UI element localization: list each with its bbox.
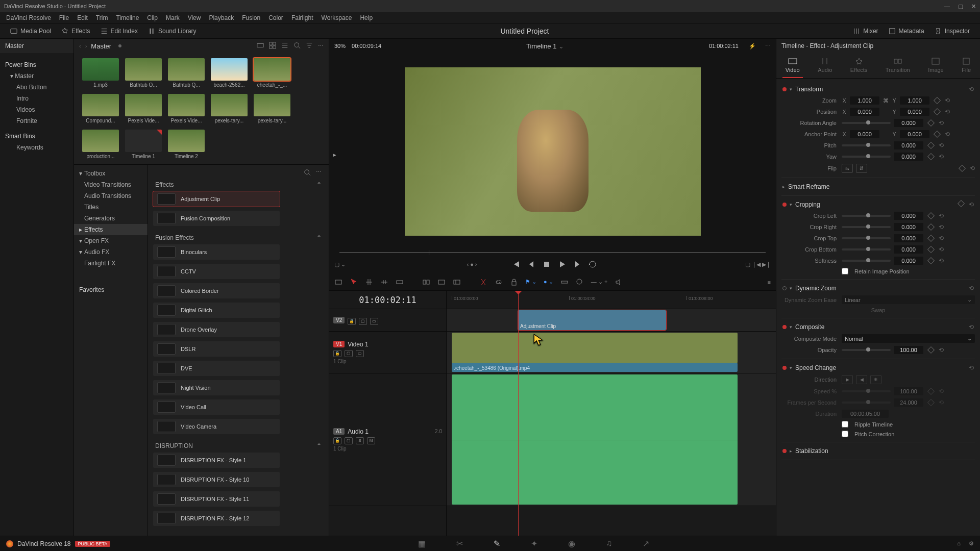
menu-trim[interactable]: Trim — [92, 14, 112, 21]
fx-item[interactable]: DSLR — [153, 341, 280, 357]
retain-position-check[interactable] — [842, 268, 848, 274]
yaw-val[interactable]: 0.000 — [894, 153, 923, 161]
power-bins-header[interactable]: Power Bins — [0, 59, 74, 70]
page-fusion-icon[interactable]: ✦ — [531, 539, 537, 548]
crop-right-val[interactable]: 0.000 — [894, 223, 923, 231]
fx-adjustment-clip[interactable]: Adjustment Clip — [153, 191, 280, 207]
sound-library-button[interactable]: Sound Library — [143, 26, 202, 37]
menu-fairlight[interactable]: Fairlight — [287, 14, 317, 21]
zoom-kf-icon[interactable] — [934, 97, 941, 104]
bypass-icon[interactable]: ⚡ — [749, 43, 756, 49]
snap-icon[interactable] — [560, 278, 569, 286]
fx-disruption-section[interactable]: DISRUPTION⌃ — [153, 439, 324, 453]
home-icon[interactable]: ⌂ — [957, 540, 961, 547]
more-icon[interactable]: ⋯ — [318, 43, 324, 49]
blade-edit-icon[interactable] — [479, 278, 487, 286]
pos-y[interactable]: 0.000 — [900, 108, 929, 116]
pitch-slider[interactable] — [842, 144, 891, 146]
composite-mode-select[interactable]: Normal⌄ — [842, 334, 975, 343]
fx-item[interactable]: Digital Glitch — [153, 303, 280, 318]
pitch-correction-check[interactable] — [842, 431, 848, 437]
blade-tool-icon[interactable] — [396, 278, 404, 286]
fx-item[interactable]: DISRUPTION FX - Style 11 — [153, 491, 280, 507]
fx-effects[interactable]: ▸ Effects — [74, 224, 148, 235]
timeline-ruler[interactable]: 01:00:00:00 01:00:04:00 01:00:08:00 — [447, 291, 776, 309]
menu-clip[interactable]: Clip — [143, 14, 162, 21]
inspector-button[interactable]: Inspector — [929, 26, 975, 37]
marker-icon[interactable]: ● ⌄ — [544, 279, 553, 285]
v1-auto-icon[interactable]: ▢ — [345, 350, 353, 357]
fx-item[interactable]: Drone Overlay — [153, 322, 280, 337]
dir-freeze-button[interactable]: ❄ — [870, 375, 881, 384]
view-strip-icon[interactable] — [257, 42, 264, 50]
bin-abo-button[interactable]: Abo Button — [0, 82, 74, 93]
opacity-slider[interactable] — [842, 349, 891, 351]
rotation-kf-icon[interactable] — [927, 119, 935, 127]
opacity-val[interactable]: 100.00 — [894, 346, 923, 354]
fx-item[interactable]: CCTV — [153, 264, 280, 279]
next-frame-icon[interactable] — [573, 260, 581, 268]
favorites-header[interactable]: Favorites — [74, 284, 148, 295]
pos-kf-icon[interactable] — [934, 108, 941, 115]
menu-davinci[interactable]: DaVinci Resolve — [2, 14, 55, 21]
master-bin[interactable]: ▾ Master — [0, 70, 74, 82]
softness-slider[interactable] — [842, 260, 891, 262]
search-icon[interactable] — [293, 42, 301, 50]
track-v2[interactable]: Adjustment Clip — [447, 309, 776, 332]
anchor-y[interactable]: 0.000 — [900, 130, 929, 138]
mixer-button[interactable]: Mixer — [848, 26, 883, 37]
a1-mute-icon[interactable]: M — [367, 437, 375, 444]
track-head-v2[interactable]: V2 🔒▢▭ — [329, 309, 446, 332]
audio-icon[interactable] — [615, 278, 623, 286]
crop-left-val[interactable]: 0.000 — [894, 212, 923, 220]
zoom-reset-icon[interactable]: ⟲ — [945, 97, 950, 104]
rotation-slider[interactable] — [842, 122, 891, 124]
video-clip-name[interactable]: ♪ cheetah_-_53486 (Original).mp4 — [452, 363, 738, 372]
v2-badge[interactable]: V2 — [333, 317, 345, 323]
menu-help[interactable]: Help — [356, 14, 377, 21]
track-v1[interactable]: ♪ cheetah_-_53486 (Original).mp4 — [447, 332, 776, 373]
media-thumb[interactable]: pexels-tary... — [254, 94, 290, 123]
anchor-kf-icon[interactable] — [934, 131, 941, 138]
fx-item[interactable]: DISRUPTION FX - Style 12 — [153, 511, 280, 526]
fx-effects-section[interactable]: Effects⌃ — [153, 178, 324, 191]
menu-file[interactable]: File — [55, 14, 73, 21]
page-color-icon[interactable]: ◉ — [568, 539, 575, 548]
nav-back-icon[interactable]: ‹ — [79, 43, 81, 49]
media-thumb[interactable]: Pexels Vide... — [125, 94, 162, 123]
fx-audio-transitions[interactable]: Audio Transitions — [74, 190, 148, 202]
fx-fusion-section[interactable]: Fusion Effects⌃ — [153, 231, 324, 244]
pos-x[interactable]: 0.000 — [850, 108, 879, 116]
page-media-icon[interactable]: ▦ — [418, 539, 426, 548]
viewer-mode-icon[interactable]: ▢ ⌄ — [334, 261, 346, 268]
yaw-slider[interactable] — [842, 156, 891, 158]
media-thumb[interactable]: Bathtub Q... — [168, 58, 205, 88]
zoom-y[interactable]: 1.000 — [900, 96, 929, 105]
replace-icon[interactable] — [453, 278, 461, 286]
ripple-timeline-check[interactable] — [842, 421, 848, 428]
loop-icon[interactable] — [589, 260, 597, 268]
a1-solo-icon[interactable]: S — [356, 437, 364, 444]
crop-bottom-val[interactable]: 0.000 — [894, 245, 923, 254]
dir-fwd-button[interactable]: ▶ — [842, 375, 853, 384]
page-edit-icon[interactable]: ✎ — [494, 539, 500, 548]
view-list-icon[interactable] — [281, 42, 288, 50]
fx-more-icon[interactable]: ⋯ — [316, 169, 322, 177]
zoom-slider[interactable]: — ⌄ + — [591, 279, 608, 285]
fx-video-transitions[interactable]: Video Transitions — [74, 179, 148, 190]
media-pool-button[interactable]: Media Pool — [5, 26, 56, 37]
transform-reset-icon[interactable]: ⟲ — [969, 86, 974, 93]
crop-right-slider[interactable] — [842, 226, 891, 228]
flag-icon[interactable]: ⚑ ⌄ — [525, 279, 536, 285]
zoom-x[interactable]: 1.000 — [850, 96, 879, 105]
media-thumb[interactable]: Compound... — [82, 94, 119, 123]
fx-item[interactable]: Video Call — [153, 399, 280, 415]
softness-val[interactable]: 0.000 — [894, 257, 923, 265]
viewer-more-icon[interactable]: ⋯ — [765, 43, 771, 49]
minimize-icon[interactable]: — — [944, 3, 950, 10]
cropping-section[interactable]: ▾Cropping⟲ — [781, 199, 975, 210]
close-icon[interactable]: ✕ — [971, 3, 976, 10]
first-frame-icon[interactable] — [512, 260, 520, 268]
menu-color[interactable]: Color — [264, 14, 287, 21]
nav-forward-icon[interactable]: › — [85, 43, 87, 49]
